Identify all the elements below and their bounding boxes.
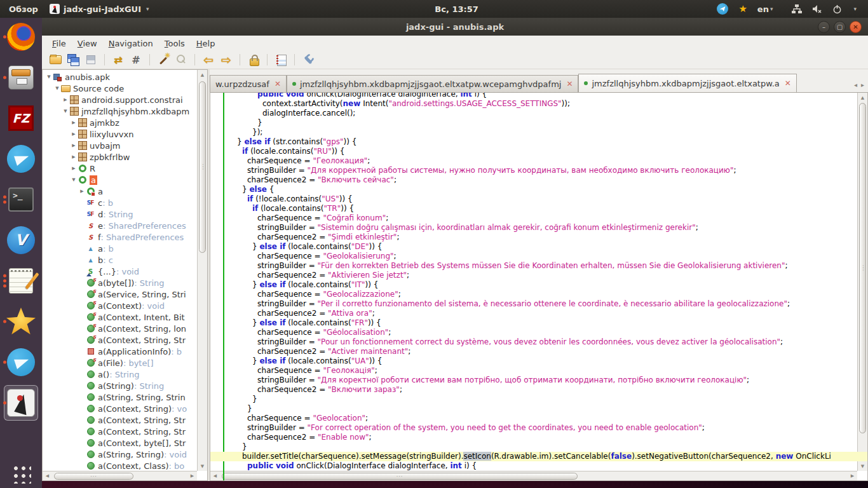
tree-item[interactable]: a(Context, String, Str [43, 426, 207, 437]
toolbar-search-icon[interactable] [174, 53, 188, 67]
tree-item[interactable]: a(ApplicationInfo) : b [43, 346, 207, 357]
toolbar-log-icon[interactable] [274, 53, 288, 67]
tree-item[interactable]: a(Context) : void [43, 300, 207, 311]
toolbar-wrench-icon[interactable] [301, 53, 315, 67]
network-icon[interactable] [787, 0, 807, 18]
expand-arrow-icon[interactable]: ▶ [70, 143, 78, 148]
tree-item[interactable]: ▶android.support.constrai [43, 94, 207, 105]
expand-arrow-icon[interactable]: ▶ [70, 120, 78, 125]
dock-item-file-manager[interactable] [3, 62, 39, 93]
menu-navigation[interactable]: Navigation [104, 37, 158, 50]
dock-item-terminal[interactable] [3, 184, 39, 215]
tree-item[interactable]: ▼Source code [43, 83, 207, 94]
dock-item-app-grid[interactable] [3, 458, 39, 488]
tree-item[interactable]: a(byte[]) : String [43, 277, 207, 288]
tree-item[interactable]: a(Context, byte[], Str [43, 437, 207, 449]
tree-item[interactable]: f : SharedPreferences [43, 231, 207, 243]
maximize-button[interactable]: ▢ [834, 21, 846, 33]
tree-item[interactable]: a(String, String, Strin [43, 391, 207, 403]
tree-vertical-scrollbar[interactable]: ▲ ··· ▼ [197, 70, 207, 471]
tree-item[interactable]: a(Context, String, lon [43, 323, 207, 334]
close-button[interactable]: ✕ [850, 21, 862, 33]
tree-item[interactable]: d : String [43, 208, 207, 220]
expand-arrow-icon[interactable]: ▶ [70, 132, 78, 137]
tree-item[interactable]: a(String) : String [43, 380, 207, 391]
scroll-up-icon[interactable]: ▲ [198, 70, 207, 79]
chevron-down-icon[interactable]: ▾ [848, 0, 862, 18]
expand-arrow-icon[interactable]: ▶ [70, 154, 78, 159]
tree-item[interactable]: a() : String [43, 369, 207, 380]
tree-item[interactable]: ▼jmzfzllqhjsyhbm.xkdbapm [43, 105, 207, 117]
scroll-left-icon[interactable]: ◀ [210, 472, 220, 480]
dock-item-favorites-star[interactable] [3, 306, 39, 337]
tree-item[interactable]: a(Service, String, Stri [43, 288, 207, 300]
close-icon[interactable]: ✕ [273, 79, 281, 88]
tree-item[interactable]: a(String, String) : void [43, 449, 207, 460]
scroll-right-icon[interactable]: ▶ [187, 472, 197, 480]
scroll-left-icon[interactable]: ◀ [43, 472, 52, 480]
collapse-arrow-icon[interactable]: ▼ [62, 109, 69, 114]
menu-tools[interactable]: Tools [159, 37, 190, 50]
dock-item-telegram[interactable] [3, 144, 39, 174]
toolbar-back-icon[interactable]: ⇦ [201, 53, 215, 67]
toolbar-lock-icon[interactable] [247, 53, 261, 67]
tree-item[interactable]: e : SharedPreferences [43, 220, 207, 231]
toolbar-forward-icon[interactable]: ⇨ [219, 53, 233, 67]
clock[interactable]: Вс, 13:57 [435, 4, 478, 14]
toolbar-wand-icon[interactable] [156, 53, 170, 67]
collapse-arrow-icon[interactable]: ▼ [70, 177, 78, 182]
volume-muted-icon[interactable] [807, 0, 827, 18]
tree-item[interactable]: a(Context, String) : vo [43, 403, 207, 414]
telegram-tray-icon[interactable] [712, 0, 733, 18]
tree-item[interactable]: ▶a [43, 186, 207, 197]
dock-item-vuze[interactable] [3, 225, 39, 255]
activities-button[interactable]: Обзор [9, 4, 38, 14]
app-menu[interactable]: jadx-gui-JadxGUI ▾ [50, 4, 149, 14]
expand-arrow-icon[interactable]: ▶ [70, 166, 78, 171]
tree-item[interactable]: a(Context, String, Str [43, 414, 207, 426]
toolbar-sync-icon[interactable]: ⇄ [111, 53, 125, 67]
tree-item[interactable]: ▶zpbkfrlbw [43, 151, 207, 163]
dock-item-jadx[interactable] [3, 388, 39, 418]
tree-item[interactable]: a : b [43, 243, 207, 254]
editor-hscroll-thumb[interactable]: ··· [222, 473, 578, 480]
collapse-arrow-icon[interactable]: ▼ [45, 74, 53, 79]
editor-horizontal-scrollbar[interactable]: ◀ ··· ▶ [210, 471, 857, 480]
tree-item[interactable]: ▶R [43, 163, 207, 174]
keyboard-layout-indicator[interactable]: en▾ [752, 0, 778, 18]
toolbar-open-icon[interactable] [48, 53, 62, 67]
tree-item[interactable]: b : c [43, 254, 207, 266]
toolbar-save-icon[interactable] [84, 53, 98, 67]
scroll-down-icon[interactable]: ▼ [198, 461, 207, 471]
tree-vscroll-thumb[interactable]: ··· [199, 81, 206, 253]
tree-item[interactable]: a(File) : byte[] [43, 357, 207, 369]
favorites-tray-icon[interactable]: ★ [733, 0, 752, 18]
tree-item[interactable]: a(Context, Intent, Bit [43, 311, 207, 323]
minimize-button[interactable]: – [818, 21, 830, 33]
window-titlebar[interactable]: jadx-gui - anubis.apk – ▢ ✕ [42, 18, 868, 36]
tree-item[interactable]: ▶ajmkbz [43, 117, 207, 128]
menu-help[interactable]: Help [191, 37, 220, 50]
close-icon[interactable]: ✕ [783, 79, 791, 88]
editor-tab[interactable]: jmzfzllqhjsyhbm.xkdbapmjzjjsgaot.eltxatp… [287, 75, 579, 92]
menu-view[interactable]: View [72, 37, 102, 50]
editor-tab[interactable]: jmzfzllqhjsyhbm.xkdbapmjzjjsgaot.eltxatp… [578, 74, 796, 92]
dock-item-telegram-2[interactable] [3, 347, 39, 377]
dock-item-firefox[interactable] [3, 22, 39, 52]
expand-arrow-icon[interactable]: ▶ [62, 97, 69, 102]
toolbar-save-all-icon[interactable] [66, 53, 80, 67]
tree-item[interactable]: ▶uvbajm [43, 140, 207, 151]
tree-item[interactable]: ▼a [43, 174, 207, 186]
tree-item[interactable]: ▼anubis.apk [43, 71, 207, 83]
toolbar-deobf-icon[interactable]: # [129, 53, 143, 67]
menu-file[interactable]: File [47, 37, 71, 50]
tree-item[interactable]: a(Context, Class) : bo [43, 460, 207, 471]
power-icon[interactable] [827, 0, 847, 18]
tree-hscroll-thumb[interactable]: ··· [54, 473, 133, 480]
tree-item[interactable]: c : b [43, 197, 207, 208]
tree-item[interactable]: {...} : void [43, 266, 207, 277]
scroll-right-icon[interactable]: ▶ [848, 472, 857, 480]
tree-item[interactable]: ▶liixyluvvxn [43, 128, 207, 140]
expand-arrow-icon[interactable]: ▶ [78, 189, 86, 194]
editor-tab[interactable]: w.urpzdzusaf✕ [210, 75, 287, 92]
